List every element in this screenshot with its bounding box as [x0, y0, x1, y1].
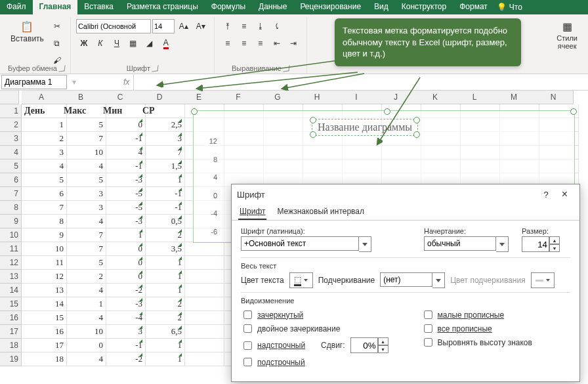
- cell[interactable]: 16: [22, 325, 67, 339]
- cell[interactable]: 7: [22, 201, 67, 215]
- cell[interactable]: 4: [61, 352, 106, 366]
- cell[interactable]: 15: [22, 311, 67, 325]
- cell[interactable]: [179, 297, 224, 311]
- name-box[interactable]: [1, 75, 67, 89]
- text-color-button[interactable]: ⬚: [289, 272, 313, 288]
- cell[interactable]: 2,5: [140, 118, 185, 132]
- cell[interactable]: 17: [22, 339, 67, 352]
- row-header[interactable]: 8: [0, 201, 22, 215]
- cell[interactable]: 10: [61, 146, 106, 160]
- size-down[interactable]: ▼: [549, 244, 560, 252]
- chart-handle-n[interactable]: [384, 108, 390, 115]
- cell[interactable]: 5: [22, 173, 67, 187]
- double-strike-checkbox[interactable]: двойное зачеркивание: [241, 322, 388, 335]
- chart-handle-nw[interactable]: [191, 108, 198, 115]
- cell[interactable]: 6: [22, 187, 67, 201]
- cell[interactable]: 1: [100, 228, 146, 242]
- cell[interactable]: [179, 270, 224, 284]
- row-header[interactable]: 4: [0, 146, 22, 160]
- cell[interactable]: 3: [140, 132, 185, 146]
- tab-data[interactable]: Данные: [252, 0, 293, 14]
- column-header[interactable]: K: [415, 91, 455, 104]
- font-launcher[interactable]: [152, 65, 158, 72]
- tab-page-layout[interactable]: Разметка страницы: [120, 0, 205, 14]
- tab-formulas[interactable]: Формулы: [205, 0, 252, 14]
- cell[interactable]: 4: [61, 215, 106, 228]
- row-header[interactable]: 5: [0, 160, 22, 173]
- cell[interactable]: 2: [140, 311, 185, 325]
- offset-input[interactable]: [350, 337, 378, 353]
- cell[interactable]: 1: [140, 352, 185, 366]
- clipboard-launcher[interactable]: [58, 65, 65, 72]
- cell[interactable]: 4: [61, 311, 106, 325]
- tab-review[interactable]: Рецензирование: [293, 0, 368, 14]
- underline-dropdown[interactable]: [432, 272, 445, 288]
- dialog-tab-font[interactable]: Шрифт: [238, 204, 266, 220]
- cell[interactable]: 0: [100, 242, 146, 256]
- superscript-checkbox[interactable]: надстрочный: [241, 339, 305, 352]
- align-middle-button[interactable]: ≡: [236, 18, 252, 34]
- cell[interactable]: 1: [61, 297, 106, 311]
- copy-button[interactable]: ⧉: [49, 35, 65, 51]
- cell[interactable]: [179, 242, 224, 256]
- row-header[interactable]: 1: [0, 104, 22, 118]
- row-header[interactable]: 2: [0, 118, 22, 132]
- align-bottom-button[interactable]: ⭳: [253, 18, 268, 34]
- underline-button[interactable]: Ч: [109, 35, 125, 51]
- cell[interactable]: -1: [140, 201, 185, 215]
- style-dropdown[interactable]: [496, 236, 509, 252]
- indent-increase-button[interactable]: ⇥: [285, 35, 301, 51]
- column-header[interactable]: L: [455, 91, 495, 104]
- chart-handle-ne[interactable]: [570, 108, 577, 115]
- cell[interactable]: 0: [61, 339, 106, 352]
- tab-home[interactable]: Главная: [33, 0, 78, 14]
- cell[interactable]: 7: [140, 146, 185, 160]
- cell[interactable]: 1: [140, 270, 185, 284]
- cell[interactable]: 3,5: [140, 242, 185, 256]
- row-header[interactable]: 11: [0, 242, 22, 256]
- cell[interactable]: Макс: [61, 104, 106, 118]
- column-header[interactable]: N: [534, 91, 574, 104]
- column-header[interactable]: A: [22, 91, 62, 104]
- cell[interactable]: 6,5: [140, 325, 185, 339]
- cell[interactable]: 5: [61, 173, 106, 187]
- cell[interactable]: 1: [140, 256, 185, 270]
- align-center-button[interactable]: ≡: [236, 35, 252, 51]
- cell[interactable]: -1: [140, 187, 185, 201]
- cell[interactable]: -1: [100, 160, 146, 173]
- cell[interactable]: День: [22, 104, 67, 118]
- font-size-input[interactable]: [152, 19, 175, 33]
- cell[interactable]: 9: [22, 228, 67, 242]
- row-header[interactable]: 7: [0, 187, 22, 201]
- cell[interactable]: -1: [100, 132, 146, 146]
- cell[interactable]: -1: [100, 339, 146, 352]
- strike-checkbox[interactable]: зачеркнутый: [241, 309, 388, 321]
- row-header[interactable]: 19: [0, 352, 22, 366]
- cell[interactable]: [179, 311, 224, 325]
- cell[interactable]: -3: [100, 215, 146, 228]
- cut-button[interactable]: ✂: [49, 18, 65, 34]
- dialog-close-button[interactable]: ×: [555, 188, 574, 200]
- row-header[interactable]: 14: [0, 284, 22, 297]
- cell[interactable]: 3: [100, 325, 146, 339]
- align-right-button[interactable]: ≡: [253, 35, 268, 51]
- tab-insert[interactable]: Вставка: [77, 0, 120, 14]
- smallcaps-checkbox[interactable]: малые прописные: [421, 309, 532, 321]
- cell[interactable]: Мин: [100, 104, 146, 118]
- cell[interactable]: [179, 284, 224, 297]
- cell[interactable]: 1: [22, 118, 67, 132]
- row-header[interactable]: 13: [0, 270, 22, 284]
- row-header[interactable]: 15: [0, 297, 22, 311]
- cell[interactable]: 0: [100, 118, 146, 132]
- cell[interactable]: 1,5: [140, 160, 185, 173]
- cell[interactable]: 3: [61, 201, 106, 215]
- row-header[interactable]: 18: [0, 339, 22, 352]
- cell[interactable]: [179, 325, 224, 339]
- row-header[interactable]: 16: [0, 311, 22, 325]
- indent-decrease-button[interactable]: ⇤: [269, 35, 285, 51]
- fx-label[interactable]: fx: [119, 77, 133, 87]
- dialog-tab-spacing[interactable]: Межзнаковый интервал: [276, 204, 366, 220]
- cell-styles-button[interactable]: ▦ Стили ячеек: [554, 18, 580, 51]
- cell[interactable]: 2: [140, 228, 185, 242]
- cell[interactable]: -3: [100, 297, 146, 311]
